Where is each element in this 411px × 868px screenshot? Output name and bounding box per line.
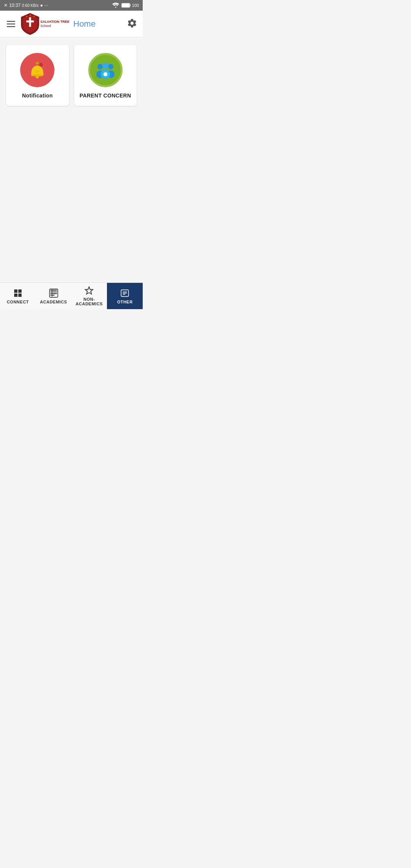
hamburger-menu[interactable] bbox=[5, 19, 17, 29]
svg-marker-24 bbox=[85, 287, 93, 294]
svg-point-8 bbox=[36, 62, 39, 64]
settings-button[interactable] bbox=[127, 18, 137, 30]
svg-point-12 bbox=[35, 70, 40, 73]
other-label: OTHER bbox=[117, 300, 133, 304]
connect-label: CONNECT bbox=[7, 300, 29, 304]
svg-point-13 bbox=[97, 64, 103, 69]
academics-icon bbox=[49, 288, 59, 298]
svg-point-11 bbox=[39, 63, 43, 67]
bell-icon bbox=[27, 60, 47, 80]
parent-concern-icon-circle bbox=[88, 53, 123, 87]
school-logo: ★ ★ ★ bbox=[21, 13, 40, 35]
notification-card[interactable]: Notification bbox=[6, 45, 69, 106]
close-icon: ✕ bbox=[4, 3, 8, 8]
connect-icon bbox=[13, 288, 23, 298]
nav-other[interactable]: OTHER bbox=[107, 283, 143, 309]
svg-point-15 bbox=[108, 64, 113, 69]
whatsapp-icon: ● bbox=[40, 3, 43, 8]
svg-rect-2 bbox=[122, 4, 129, 7]
nav-academics[interactable]: ACADEMICS bbox=[36, 283, 72, 309]
main-content: Notification bbox=[0, 37, 143, 282]
notification-icon-circle bbox=[20, 53, 54, 87]
menu-dots-icon: ··· bbox=[45, 3, 48, 8]
time: 10:37 bbox=[9, 3, 21, 8]
speed: 0.60 KB/s bbox=[22, 3, 38, 8]
status-bar: ✕ 10:37 0.60 KB/s ● ··· 100 bbox=[0, 0, 143, 11]
academics-label: ACADEMICS bbox=[40, 300, 67, 304]
svg-text:★: ★ bbox=[29, 14, 31, 16]
notification-label: Notification bbox=[22, 93, 53, 99]
other-icon bbox=[120, 288, 130, 298]
parent-concern-card[interactable]: PARENT CONCERN bbox=[74, 45, 137, 106]
nav-connect[interactable]: CONNECT bbox=[0, 283, 36, 309]
app-header: ★ ★ ★ SALVATION TREE School Home bbox=[0, 11, 143, 37]
group-icon bbox=[95, 61, 116, 80]
bottom-nav: CONNECT ACADEMICS NON-ACADEMICS OTHER bbox=[0, 282, 143, 309]
non-academics-label: NON-ACADEMICS bbox=[73, 297, 106, 306]
wifi-icon bbox=[112, 2, 119, 9]
status-right: 100 bbox=[112, 2, 139, 9]
logo-area: ★ ★ ★ SALVATION TREE School bbox=[21, 13, 70, 35]
svg-text:★: ★ bbox=[33, 15, 35, 17]
non-academics-icon bbox=[84, 286, 94, 295]
svg-point-0 bbox=[115, 6, 116, 8]
nav-non-academics[interactable]: NON-ACADEMICS bbox=[72, 283, 107, 309]
svg-rect-4 bbox=[26, 20, 34, 22]
svg-point-17 bbox=[102, 63, 108, 69]
cards-grid: Notification bbox=[6, 45, 137, 106]
parent-concern-label: PARENT CONCERN bbox=[80, 93, 131, 99]
battery-icon: 100 bbox=[121, 3, 139, 8]
page-title: Home bbox=[73, 19, 96, 29]
svg-text:★: ★ bbox=[25, 15, 27, 17]
svg-rect-21 bbox=[104, 73, 107, 75]
svg-point-10 bbox=[36, 75, 39, 78]
status-left: ✕ 10:37 0.60 KB/s ● ··· bbox=[4, 3, 48, 8]
